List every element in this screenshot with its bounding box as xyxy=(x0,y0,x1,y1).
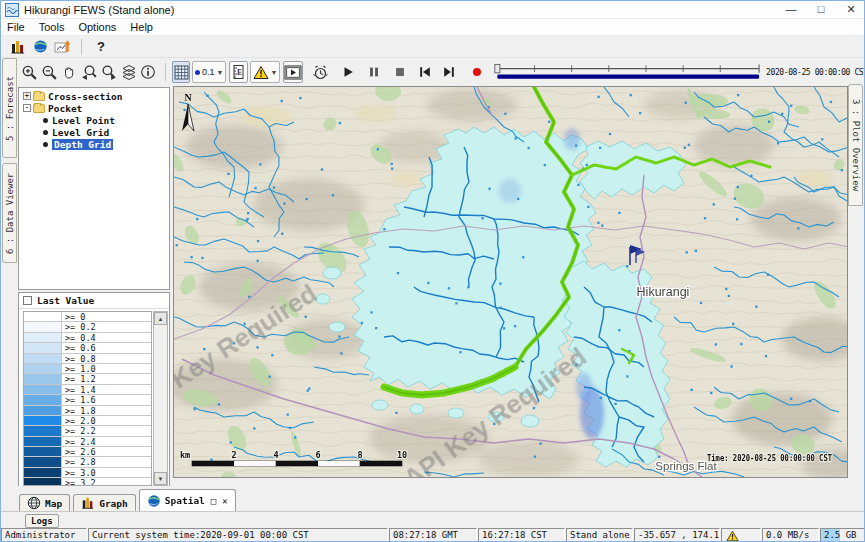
tree-expander-icon[interactable]: - xyxy=(23,104,31,112)
legend-row[interactable]: >= 0 xyxy=(24,312,151,322)
legend-list: >= 0>= 0.2>= 0.4>= 0.6>= 0.8>= 1.0>= 1.2… xyxy=(23,311,152,486)
tab-map[interactable]: Map xyxy=(19,494,70,511)
legend-row[interactable]: >= 1.8 xyxy=(24,406,151,416)
legend-row[interactable]: >= 1.2 xyxy=(24,374,151,384)
legend-row[interactable]: >= 1.6 xyxy=(24,395,151,405)
layers-button[interactable] xyxy=(120,61,138,83)
logs-row: Logs xyxy=(1,511,865,528)
sidebar-tab-data-viewer[interactable]: 6 : Data Viewer xyxy=(2,163,17,263)
legend-label: >= 1.4 xyxy=(62,385,96,394)
window-title: Hikurangi FEWS (Stand alone) xyxy=(24,4,174,16)
info-button[interactable] xyxy=(139,61,157,83)
menu-options[interactable]: Options xyxy=(78,21,116,33)
tree-node[interactable]: Depth Grid xyxy=(19,138,169,150)
sidebar-tab-forecast[interactable]: 5 : Forecast xyxy=(2,58,17,158)
scale-bar-button[interactable]: E xyxy=(229,61,247,83)
legend-row[interactable]: >= 1.4 xyxy=(24,385,151,395)
legend-scrollbar[interactable]: ▲ ▼ xyxy=(153,311,168,486)
status-gmt-time: 08:27:18 GMT xyxy=(389,528,477,542)
minimize-button[interactable]: — xyxy=(776,1,806,19)
map-globe-icon xyxy=(27,496,41,510)
skip-to-end-button[interactable] xyxy=(440,61,458,83)
logs-button[interactable]: Logs xyxy=(25,514,59,528)
legend-label: >= 2.0 xyxy=(62,416,96,425)
close-button[interactable]: ✕ xyxy=(836,1,865,19)
tree-node[interactable]: +Cross-section xyxy=(19,90,169,102)
legend-row[interactable]: >= 0.2 xyxy=(24,322,151,332)
title-bar: Hikurangi FEWS (Stand alone) — □ ✕ xyxy=(1,1,865,19)
tree-node[interactable]: Level Grid xyxy=(19,126,169,138)
play-button[interactable] xyxy=(339,61,357,83)
sidebar-tab-plot-overview[interactable]: 3 : Plot Overview xyxy=(848,84,863,206)
map-canvas[interactable]: API Key Required API Key Required Hikura… xyxy=(173,86,848,478)
status-memory: 2.5 GB xyxy=(820,528,865,542)
legend-label: >= 2.4 xyxy=(62,437,96,446)
panel-close-icon[interactable]: ✕ xyxy=(222,496,227,506)
scroll-down-icon[interactable]: ▼ xyxy=(154,472,167,485)
last-value-checkbox[interactable] xyxy=(23,296,32,305)
legend-row[interactable]: >= 0.4 xyxy=(24,333,151,343)
legend-swatch xyxy=(24,395,62,404)
record-button[interactable] xyxy=(468,61,486,83)
zoom-previous-button[interactable] xyxy=(80,61,98,83)
timeline-period-bar xyxy=(497,75,759,79)
legend-swatch xyxy=(24,406,62,415)
status-system-time: Current system time:2020-09-01 00:00 CST xyxy=(88,528,388,542)
skip-to-start-button[interactable] xyxy=(416,61,434,83)
menu-help[interactable]: Help xyxy=(130,21,153,33)
legend-row[interactable]: >= 2.4 xyxy=(24,437,151,447)
pan-hand-button[interactable] xyxy=(60,61,78,83)
legend-label: >= 0.6 xyxy=(62,343,96,352)
legend-row[interactable]: >= 3.2 xyxy=(24,478,151,486)
status-coordinates: -35.657 , 174.199 xyxy=(634,528,720,542)
tree-node-label: Depth Grid xyxy=(52,139,113,150)
timeline-slider[interactable] xyxy=(494,61,762,83)
legend-row[interactable]: >= 1.0 xyxy=(24,364,151,374)
svg-text:2: 2 xyxy=(231,450,236,460)
tree-expander-icon[interactable]: + xyxy=(23,92,31,100)
tab-graph[interactable]: Graph xyxy=(73,494,136,511)
legend-row[interactable]: >= 2.6 xyxy=(24,447,151,457)
contour-threshold-dropdown[interactable]: 0.1 ▼ xyxy=(192,61,226,83)
legend-row[interactable]: >= 3.0 xyxy=(24,468,151,478)
legend-row[interactable]: >= 0.8 xyxy=(24,354,151,364)
movie-player-button[interactable] xyxy=(283,61,303,83)
folder-icon xyxy=(33,104,45,113)
status-user: Administrator xyxy=(1,528,87,542)
legend-label: >= 3.2 xyxy=(62,478,96,486)
legend-swatch xyxy=(24,364,62,373)
globe-icon[interactable] xyxy=(29,37,51,57)
application-window: Hikurangi FEWS (Stand alone) — □ ✕ File … xyxy=(0,0,865,542)
tree-node-label: Pocket xyxy=(48,103,82,114)
tree-node[interactable]: Level Point xyxy=(19,114,169,126)
statistics-icon[interactable] xyxy=(7,37,29,57)
legend-row[interactable]: >= 0.6 xyxy=(24,343,151,353)
zoom-out-button[interactable] xyxy=(41,61,59,83)
maximize-button[interactable]: □ xyxy=(806,1,836,19)
map-toolbar: 0.1 ▼ E ▼ 2020-08-25 00:00:00 CST xyxy=(17,58,865,86)
animation-settings-button[interactable] xyxy=(311,61,329,83)
legend-label: >= 1.8 xyxy=(62,406,96,415)
menu-tools[interactable]: Tools xyxy=(39,21,65,33)
legend-label: >= 0 xyxy=(62,312,85,321)
pause-button[interactable] xyxy=(365,61,383,83)
bullet-icon xyxy=(43,142,48,147)
legend-row[interactable]: >= 2.2 xyxy=(24,426,151,436)
status-warning-cell[interactable] xyxy=(721,528,761,542)
legend-label: >= 1.0 xyxy=(62,364,96,373)
grid-display-button[interactable] xyxy=(172,61,190,83)
timeseries-dialog-icon[interactable] xyxy=(51,37,73,57)
legend-row[interactable]: >= 2.0 xyxy=(24,416,151,426)
zoom-next-button[interactable] xyxy=(100,61,118,83)
menu-file[interactable]: File xyxy=(7,21,25,33)
warning-overlay-dropdown[interactable]: ▼ xyxy=(250,61,281,83)
tree-node[interactable]: -Pocket xyxy=(19,102,169,114)
legend-row[interactable]: >= 2.8 xyxy=(24,457,151,467)
help-button[interactable]: ? xyxy=(90,37,112,57)
panel-maximize-icon[interactable]: □ xyxy=(211,496,216,506)
stop-button[interactable] xyxy=(391,61,409,83)
scroll-up-icon[interactable]: ▲ xyxy=(154,312,167,325)
timeline-date: 2020-08-25 00:00:00 CST xyxy=(766,68,865,77)
tab-spatial[interactable]: Spatial □ ✕ xyxy=(139,489,236,511)
zoom-in-button[interactable] xyxy=(21,61,39,83)
